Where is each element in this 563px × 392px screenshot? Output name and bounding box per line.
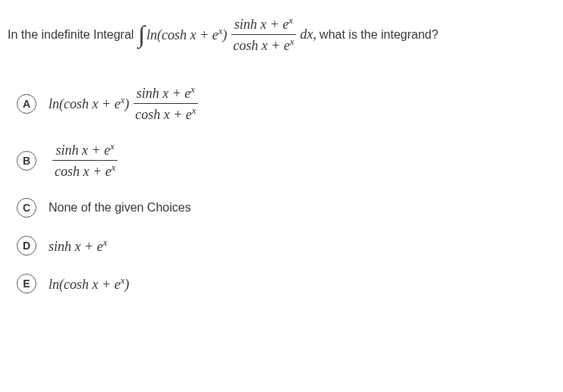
integral-expression: ∫ ln(cosh x + ex) sinh x + ex cosh x + e… <box>137 15 316 54</box>
integral-sign: ∫ <box>138 20 145 49</box>
option-d[interactable]: D sinh x + ex <box>17 236 555 256</box>
option-content-e: ln(cosh x + ex) <box>49 275 129 293</box>
option-b[interactable]: B sinh x + ex cosh x + ex <box>17 141 555 180</box>
fraction-numerator: sinh x + ex <box>231 15 296 35</box>
dx: dx <box>300 27 313 42</box>
fraction: sinh x + ex cosh x + ex <box>230 15 297 54</box>
option-a-fraction: sinh x + ex cosh x + ex <box>132 84 199 123</box>
option-letter-b: B <box>17 151 36 171</box>
option-letter-d: D <box>17 236 36 256</box>
option-b-fraction: sinh x + ex cosh x + ex <box>52 141 118 180</box>
option-letter-c: C <box>17 198 36 218</box>
fraction-denominator: cosh x + ex <box>230 35 297 54</box>
option-content-a: ln(cosh x + ex) sinh x + ex cosh x + ex <box>49 84 202 123</box>
option-e[interactable]: E ln(cosh x + ex) <box>17 274 555 293</box>
option-content-d: sinh x + ex <box>49 237 107 255</box>
option-content-b: sinh x + ex cosh x + ex <box>49 141 121 180</box>
question-suffix: what is the integrand? <box>319 28 439 42</box>
question-prefix: In the indefinite Integral <box>8 28 134 42</box>
question-prompt: In the indefinite Integral ∫ ln(cosh x +… <box>8 15 555 54</box>
option-content-c: None of the given Choices <box>49 201 191 215</box>
option-letter-e: E <box>17 274 36 293</box>
option-c[interactable]: C None of the given Choices <box>17 198 555 218</box>
option-letter-a: A <box>17 94 36 114</box>
ln-cosh: ln(cosh x + ex) <box>146 26 227 43</box>
option-a[interactable]: A ln(cosh x + ex) sinh x + ex cosh x + e… <box>17 84 555 123</box>
options-list: A ln(cosh x + ex) sinh x + ex cosh x + e… <box>17 84 555 293</box>
